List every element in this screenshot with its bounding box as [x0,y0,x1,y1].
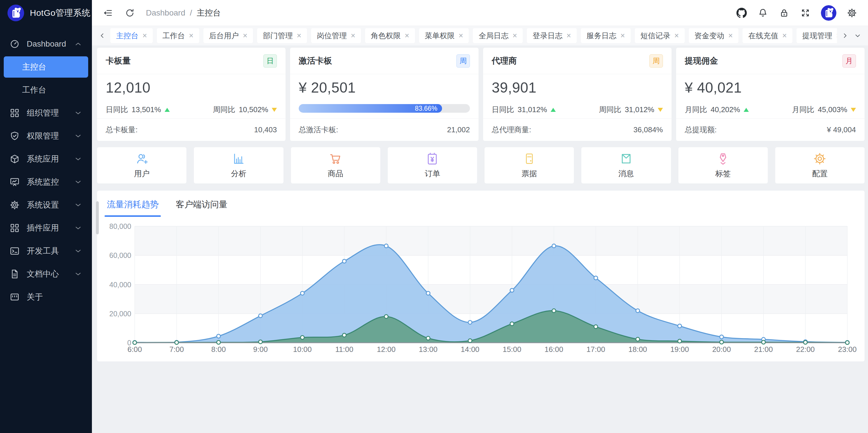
close-icon[interactable]: × [728,32,733,40]
close-icon[interactable]: × [782,32,787,40]
tab-chip[interactable]: 工作台× [157,28,199,43]
breadcrumb-separator: / [190,8,192,18]
tabs-scroll-left-icon[interactable] [96,28,108,43]
svg-text:20:00: 20:00 [712,345,731,354]
sidebar-item-permissions[interactable]: 权限管理 [4,125,88,147]
action-tickets[interactable]: 票据 [485,147,574,183]
tab-label: 短信记录 [641,31,671,41]
sidebar-item-dashboard[interactable]: Dashboard [4,33,88,55]
action-orders[interactable]: 订单 [388,147,477,183]
github-icon[interactable] [736,7,747,19]
close-icon[interactable]: × [513,32,517,40]
action-products[interactable]: 商品 [291,147,380,183]
tab-chip[interactable]: 登录日志× [527,28,577,43]
fullscreen-icon[interactable] [800,7,811,19]
monitor-chart-icon [9,177,20,187]
up-arrow-icon [744,108,749,112]
tab-chip[interactable]: 部门管理× [257,28,307,43]
tab-label: 主控台 [116,31,138,41]
sidebar: HotGo管理系统 Dashboard 主控台 工作台 组织管理 权限管理 [0,0,92,433]
collapse-sidebar-icon[interactable] [102,7,114,19]
tab-chip[interactable]: 后台用户× [204,28,253,43]
svg-text:17:00: 17:00 [587,345,605,354]
header-actions [736,5,858,21]
close-icon[interactable]: × [189,32,194,40]
svg-text:6:00: 6:00 [127,345,142,354]
tabs-scroll-right-icon[interactable] [839,28,851,43]
close-icon[interactable]: × [351,32,355,40]
action-users[interactable]: 用户 [97,147,186,183]
down-arrow-icon [851,108,856,112]
tab-chip[interactable]: 角色权限× [365,28,415,43]
close-icon[interactable]: × [620,32,625,40]
chart-tab-client-visits[interactable]: 客户端访问量 [176,199,227,217]
action-tags[interactable]: 标签 [678,147,768,183]
action-analysis[interactable]: 分析 [194,147,283,183]
svg-text:21:00: 21:00 [754,345,773,354]
tab-chip[interactable]: 在线充值× [742,28,793,43]
chevron-down-icon [74,155,83,163]
sidebar-item-workbench[interactable]: 工作台 [4,79,88,100]
bell-icon[interactable] [757,7,769,19]
compare-right: 月同比45,003% [792,105,856,115]
settings-gear-icon[interactable] [846,7,858,19]
close-icon[interactable]: × [566,32,571,40]
tab-chip[interactable]: 提现管理× [797,28,837,43]
avatar[interactable] [821,5,836,21]
refresh-icon[interactable] [124,7,135,19]
tab-chip[interactable]: 短信记录× [635,28,685,43]
breadcrumb-current[interactable]: 主控台 [197,7,221,19]
svg-text:40,000: 40,000 [110,281,131,289]
top-bar: Dashboard / 主控台 [92,0,868,26]
sidebar-item-about[interactable]: 关于 [4,286,88,308]
down-arrow-icon [272,108,277,112]
compare-right: 周同比31,012% [599,105,663,115]
stat-card-activated-cards: 激活卡板 周 ¥ 20,501 83.66% 总激活卡板:21,002 [290,48,478,141]
period-badge[interactable]: 周 [649,54,663,67]
action-messages[interactable]: 消息 [581,147,671,183]
svg-text:8:00: 8:00 [211,345,226,354]
sidebar-item-organization[interactable]: 组织管理 [4,103,88,124]
app-logo[interactable]: HotGo管理系统 [0,0,92,26]
period-badge[interactable]: 周 [456,54,470,67]
chart-card: 流量消耗趋势 客户端访问量 020,00040,00060,00080,0006… [97,191,865,362]
period-badge[interactable]: 月 [842,54,856,67]
tab-chip[interactable]: 岗位管理× [311,28,361,43]
sidebar-item-plugins[interactable]: 插件应用 [4,218,88,239]
tab-chip[interactable]: 主控台× [110,28,153,43]
close-icon[interactable]: × [297,32,301,40]
sidebar-item-dev-tools[interactable]: 开发工具 [4,240,88,262]
close-icon[interactable]: × [674,32,679,40]
chart-tab-traffic-trend[interactable]: 流量消耗趋势 [107,199,159,217]
svg-text:19:00: 19:00 [671,345,689,354]
chevron-down-icon [74,247,83,255]
lock-icon[interactable] [778,7,790,19]
scrollbar-thumb[interactable] [96,201,99,234]
close-icon[interactable]: × [836,32,837,40]
stat-card-card-volume: 卡板量 日 12,010 日同比13,501% 周同比10,502% 总卡板量:… [97,48,285,141]
sidebar-item-system-monitor[interactable]: 系统监控 [4,171,88,193]
quick-actions-row: 用户 分析 商品 订单 票据 消息 标签 配置 [97,147,865,183]
period-badge[interactable]: 日 [264,54,277,67]
close-icon[interactable]: × [459,32,463,40]
close-icon[interactable]: × [405,32,409,40]
sidebar-item-console[interactable]: 主控台 [4,56,88,78]
tabs-menu-chevron-down-icon[interactable] [851,28,864,43]
close-icon[interactable]: × [243,32,248,40]
sidebar-item-docs[interactable]: 文档中心 [4,263,88,285]
progress-bar: 83.66% [299,104,470,113]
sidebar-item-system-apps[interactable]: 系统应用 [4,148,88,170]
tab-chip[interactable]: 服务日志× [581,28,631,43]
svg-text:20,000: 20,000 [110,310,131,318]
breadcrumb-parent[interactable]: Dashboard [146,8,185,18]
tab-chip[interactable]: 菜单权限× [419,28,469,43]
svg-text:13:00: 13:00 [419,345,437,354]
chevron-down-icon [74,109,83,117]
tab-label: 角色权限 [371,31,401,41]
action-config[interactable]: 配置 [775,147,865,183]
sidebar-item-system-settings[interactable]: 系统设置 [4,194,88,215]
tab-label: 全局日志 [478,31,508,41]
tab-chip[interactable]: 资金变动× [689,28,739,43]
close-icon[interactable]: × [143,32,147,40]
tab-chip[interactable]: 全局日志× [473,28,523,43]
